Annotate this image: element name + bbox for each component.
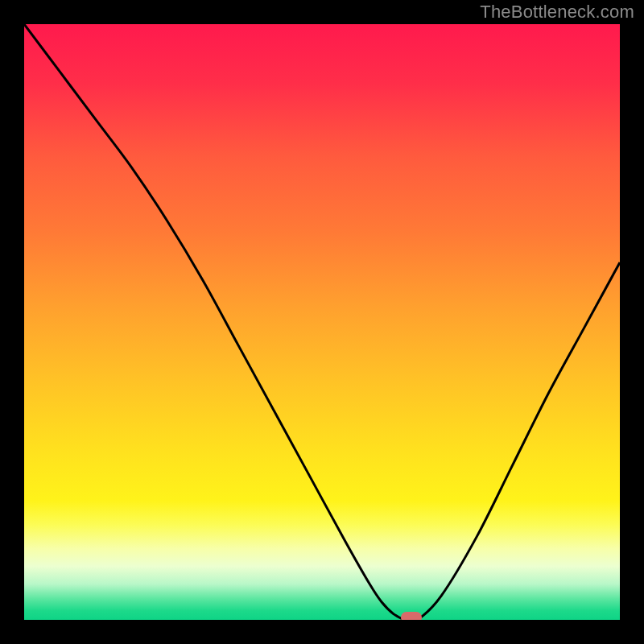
bottleneck-curve bbox=[24, 24, 620, 620]
curve-layer bbox=[24, 24, 620, 620]
plot-area bbox=[24, 24, 620, 620]
optimal-marker bbox=[401, 612, 422, 620]
watermark-text: TheBottleneck.com bbox=[480, 2, 634, 23]
chart-container: TheBottleneck.com bbox=[0, 0, 644, 644]
plot-frame bbox=[24, 24, 620, 620]
